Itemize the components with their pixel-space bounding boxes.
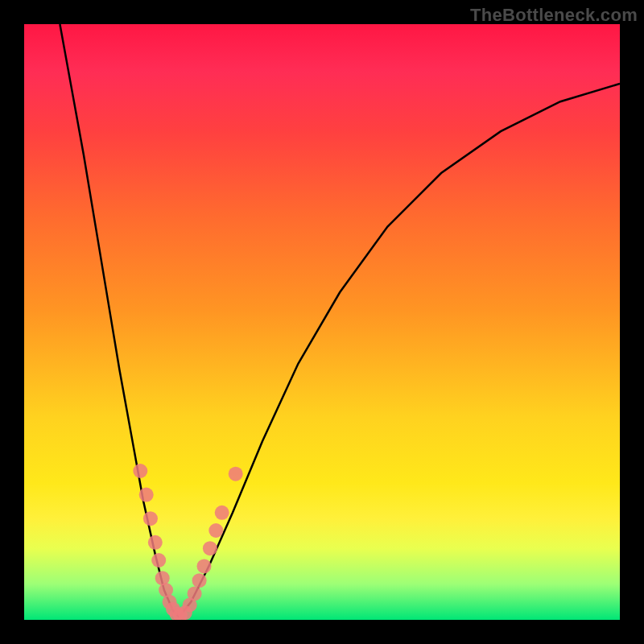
data-dot — [188, 586, 202, 601]
data-dot — [143, 511, 158, 526]
data-dot — [139, 488, 154, 502]
chart-frame: TheBottleneck.com — [0, 0, 644, 644]
data-dot — [208, 523, 223, 538]
data-dot — [215, 506, 229, 520]
data-dot — [203, 541, 217, 555]
data-dot — [151, 553, 166, 568]
data-dots — [133, 464, 242, 620]
chart-svg — [24, 24, 620, 620]
data-dot — [192, 573, 207, 588]
data-dot — [229, 467, 243, 481]
right-curve — [179, 84, 620, 617]
chart-plot-area — [24, 24, 620, 620]
data-dot — [148, 535, 163, 550]
watermark: TheBottleneck.com — [470, 5, 638, 26]
data-dot — [197, 559, 212, 573]
data-dot — [133, 464, 147, 478]
left-curve — [60, 24, 179, 617]
